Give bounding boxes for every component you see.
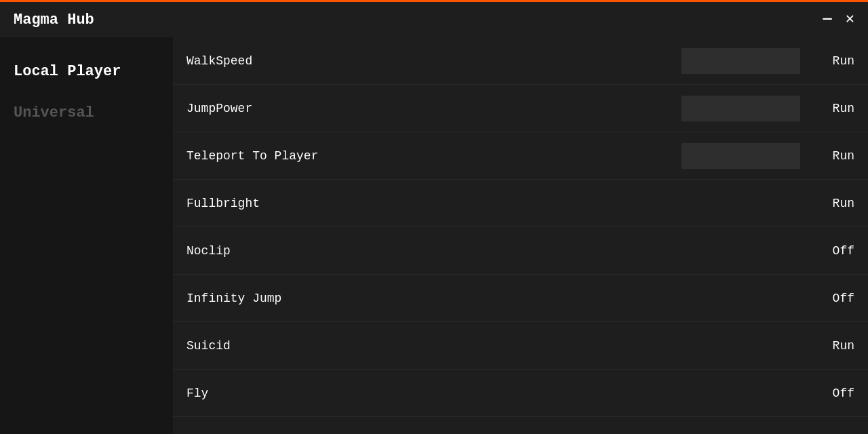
feature-button[interactable]: Run	[814, 339, 854, 353]
close-button[interactable]: ✕	[846, 12, 854, 27]
feature-row: FlyOff	[173, 370, 868, 417]
feature-button[interactable]: Run	[814, 54, 854, 68]
feature-row: SuicidRun	[173, 322, 868, 370]
feature-row: WalkSpeedRun	[173, 37, 868, 85]
window: Magma Hub — ✕ Local PlayerUniversal Walk…	[0, 0, 868, 434]
sidebar-item-universal[interactable]: Universal	[0, 92, 173, 134]
feature-input[interactable]	[682, 96, 800, 121]
feature-button[interactable]: Off	[814, 244, 854, 258]
feature-name: Infinity Jump	[186, 292, 814, 305]
feature-button[interactable]: Off	[814, 387, 854, 400]
feature-name: JumpPower	[186, 102, 682, 115]
window-title: Magma Hub	[14, 12, 94, 28]
sidebar-item-local-player[interactable]: Local Player	[0, 51, 173, 92]
main-content: Local PlayerUniversal WalkSpeedRunJumpPo…	[0, 37, 868, 434]
minimize-button[interactable]: —	[823, 12, 832, 27]
feature-input[interactable]	[682, 48, 800, 74]
sidebar: Local PlayerUniversal	[0, 37, 173, 434]
titlebar: Magma Hub — ✕	[0, 0, 868, 37]
feature-name: Suicid	[186, 339, 814, 353]
feature-row: Infinity JumpOff	[173, 275, 868, 322]
feature-button[interactable]: Off	[814, 292, 854, 305]
sidebar-item-label-local-player: Local Player	[14, 63, 121, 80]
feature-button[interactable]: Run	[814, 149, 854, 163]
feature-button[interactable]: Run	[814, 102, 854, 115]
titlebar-controls: — ✕	[823, 12, 854, 27]
feature-name: Teleport To Player	[186, 149, 682, 163]
feature-row: Teleport To PlayerRun	[173, 132, 868, 180]
content-area: WalkSpeedRunJumpPowerRunTeleport To Play…	[173, 37, 868, 434]
feature-name: WalkSpeed	[186, 54, 682, 68]
feature-name: Noclip	[186, 244, 814, 258]
feature-button[interactable]: Run	[814, 197, 854, 210]
feature-row: NoclipOff	[173, 227, 868, 275]
feature-name: Fly	[186, 387, 814, 400]
feature-row: JumpPowerRun	[173, 85, 868, 132]
feature-name: Fullbright	[186, 197, 814, 210]
sidebar-item-label-universal: Universal	[14, 104, 94, 121]
feature-input[interactable]	[682, 143, 800, 169]
feature-row: FullbrightRun	[173, 180, 868, 227]
